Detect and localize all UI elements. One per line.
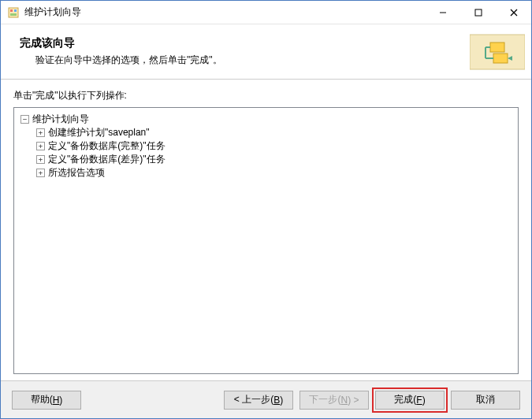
instruction-label: 单击"完成"以执行下列操作:: [13, 89, 519, 102]
next-button: 下一步(N) >: [299, 391, 369, 410]
svg-rect-0: [9, 8, 18, 17]
summary-tree[interactable]: − 维护计划向导 + 创建维护计划"saveplan" + 定义"备份数据库(完…: [13, 107, 519, 374]
back-button[interactable]: < 上一步(B): [224, 391, 293, 410]
tree-child-label: 定义"备份数据库(完整)"任务: [48, 139, 166, 153]
finish-button[interactable]: 完成(F): [375, 391, 445, 410]
svg-rect-9: [490, 43, 504, 52]
header-title: 完成该向导: [20, 36, 470, 50]
window-controls: [425, 1, 531, 24]
svg-rect-3: [10, 13, 17, 16]
cancel-button[interactable]: 取消: [451, 391, 520, 410]
tree-root-label: 维护计划向导: [32, 113, 89, 126]
maximize-button[interactable]: [460, 1, 496, 24]
svg-rect-5: [475, 9, 482, 16]
collapse-icon[interactable]: −: [20, 115, 29, 124]
minimize-button[interactable]: [425, 1, 460, 24]
expand-icon[interactable]: +: [36, 128, 45, 137]
wizard-header: 完成该向导 验证在向导中选择的选项，然后单击"完成"。: [1, 24, 531, 80]
svg-rect-10: [493, 54, 508, 63]
app-icon: [7, 6, 20, 19]
header-graphic: [470, 30, 525, 74]
tree-child-node[interactable]: + 创建维护计划"saveplan": [36, 126, 515, 139]
svg-rect-1: [10, 9, 13, 12]
header-text: 完成该向导 验证在向导中选择的选项，然后单击"完成"。: [20, 36, 470, 67]
tree-child-node[interactable]: + 定义"备份数据库(完整)"任务: [36, 139, 515, 153]
wizard-window: 维护计划向导 完成该向导 验证在向导中选择的选项，然后单击"完成"。: [0, 0, 532, 419]
tree-root-node[interactable]: − 维护计划向导: [20, 113, 515, 126]
window-title: 维护计划向导: [24, 6, 425, 19]
expand-icon[interactable]: +: [36, 169, 45, 177]
tree-child-label: 创建维护计划"saveplan": [48, 126, 150, 139]
titlebar: 维护计划向导: [1, 1, 531, 24]
tree-child-label: 定义"备份数据库(差异)"任务: [48, 153, 166, 166]
expand-icon[interactable]: +: [36, 142, 45, 150]
svg-rect-2: [14, 9, 17, 12]
button-bar: 帮助(H) < 上一步(B) 下一步(N) > 完成(F) 取消: [1, 380, 531, 418]
help-button[interactable]: 帮助(H): [12, 391, 81, 410]
expand-icon[interactable]: +: [36, 155, 45, 164]
header-subtitle: 验证在向导中选择的选项，然后单击"完成"。: [20, 54, 470, 67]
close-button[interactable]: [496, 1, 531, 24]
tree-child-label: 所选报告选项: [48, 166, 105, 180]
tree-child-node[interactable]: + 所选报告选项: [36, 166, 515, 180]
tree-child-node[interactable]: + 定义"备份数据库(差异)"任务: [36, 153, 515, 166]
content-area: 单击"完成"以执行下列操作: − 维护计划向导 + 创建维护计划"savepla…: [1, 80, 531, 380]
